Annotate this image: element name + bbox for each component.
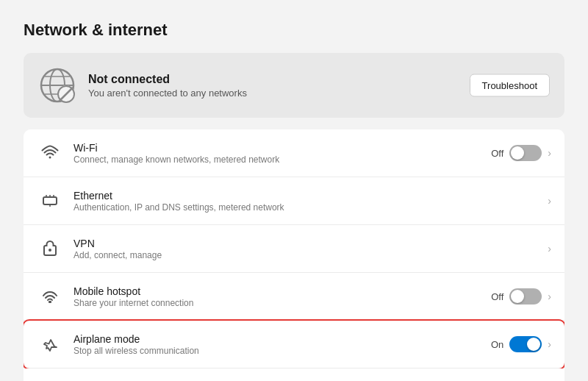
airplane-toggle-label: On [491,339,503,350]
hotspot-title: Mobile hotspot [74,285,491,297]
wifi-chevron: › [548,147,551,159]
wifi-controls: Off › [491,145,551,161]
mobile-hotspot-row[interactable]: Mobile hotspot Share your internet conne… [24,273,564,321]
status-subtitle: You aren't connected to any networks [88,88,247,99]
airplane-toggle[interactable] [509,336,542,352]
airplane-text: Airplane mode Stop all wireless communic… [74,333,491,356]
wifi-toggle[interactable] [509,145,542,161]
wifi-text: Wi-Fi Connect, manage known networks, me… [74,142,491,165]
not-connected-icon [38,66,76,104]
vpn-icon [37,235,63,262]
ethernet-chevron: › [548,195,551,207]
vpn-subtitle: Add, connect, manage [74,250,548,260]
vpn-chevron: › [548,243,551,254]
airplane-icon [37,331,63,357]
airplane-chevron: › [548,338,551,350]
hotspot-subtitle: Share your internet connection [74,298,491,308]
status-card: Not connected You aren't connected to an… [24,53,564,118]
wifi-title: Wi-Fi [74,142,491,154]
svg-rect-9 [43,197,57,204]
page-title: Network & internet [24,21,564,40]
airplane-title: Airplane mode [74,333,491,345]
status-text: Not connected You aren't connected to an… [88,73,247,99]
ethernet-title: Ethernet [74,190,548,202]
vpn-controls: › [548,243,551,254]
airplane-controls: On › [491,336,551,352]
airplane-mode-row[interactable]: Airplane mode Stop all wireless communic… [24,321,564,368]
wifi-subtitle: Connect, manage known networks, metered … [74,154,491,165]
ethernet-subtitle: Authentication, IP and DNS settings, met… [74,202,548,213]
svg-point-8 [49,157,51,159]
status-title: Not connected [88,73,247,86]
wifi-row[interactable]: Wi-Fi Connect, manage known networks, me… [24,129,564,177]
network-internet-page: Network & internet Not connected You are… [0,0,588,381]
ethernet-controls: › [548,195,551,207]
hotspot-chevron: › [548,291,551,302]
hotspot-toggle-label: Off [491,291,503,302]
proxy-row[interactable]: Proxy Proxy server for Wi-Fi and Etherne… [24,368,564,381]
hotspot-icon [37,283,63,310]
svg-point-14 [49,249,51,252]
wifi-toggle-thumb [511,146,524,160]
hotspot-text: Mobile hotspot Share your internet conne… [74,285,491,308]
svg-rect-15 [49,301,51,303]
airplane-toggle-thumb [527,338,540,351]
hotspot-toggle[interactable] [509,288,542,305]
airplane-subtitle: Stop all wireless communication [74,346,491,356]
troubleshoot-button[interactable]: Troubleshoot [470,74,550,97]
vpn-text: VPN Add, connect, manage [74,238,548,260]
ethernet-row[interactable]: Ethernet Authentication, IP and DNS sett… [24,177,564,225]
hotspot-toggle-thumb [511,290,524,303]
wifi-toggle-label: Off [491,148,503,159]
hotspot-controls: Off › [491,288,551,305]
vpn-title: VPN [74,238,548,249]
wifi-icon [37,140,63,166]
ethernet-text: Ethernet Authentication, IP and DNS sett… [74,190,548,213]
settings-list: Wi-Fi Connect, manage known networks, me… [24,129,564,381]
ethernet-icon [37,188,63,214]
vpn-row[interactable]: VPN Add, connect, manage › [24,225,564,273]
